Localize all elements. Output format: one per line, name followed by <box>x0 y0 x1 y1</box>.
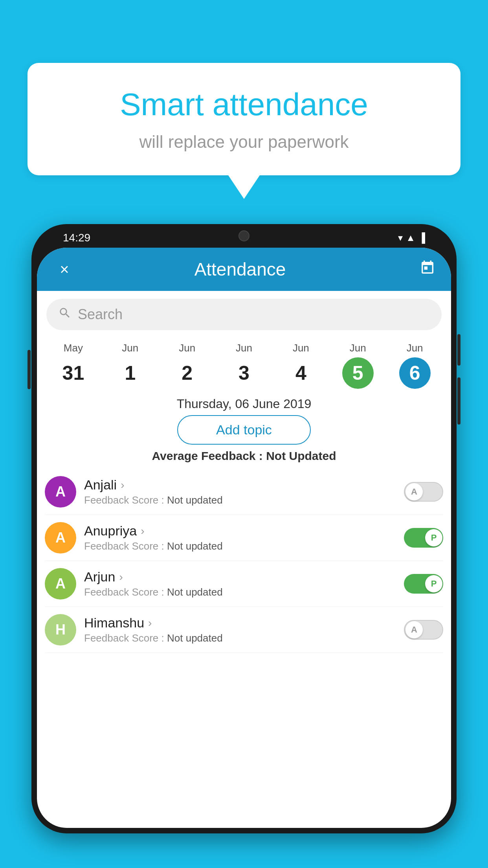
student-item[interactable]: AAnjali ›Feedback Score : Not updatedA <box>45 469 443 515</box>
calendar-day[interactable]: Jun1 <box>102 342 159 389</box>
calendar-month-label: May <box>45 342 102 354</box>
header-title: Attendance <box>76 259 404 280</box>
calendar-day[interactable]: May31 <box>45 342 102 389</box>
student-item[interactable]: AArjun ›Feedback Score : Not updatedP <box>45 561 443 607</box>
student-feedback: Feedback Score : Not updated <box>84 494 404 506</box>
calendar-month-label: Jun <box>386 342 443 354</box>
calendar-date-number: 4 <box>285 357 317 389</box>
phone-container: 14:29 ▾ ▲ ▐ × Attendance <box>31 224 457 868</box>
speech-bubble: Smart attendance will replace your paper… <box>28 63 460 175</box>
speech-bubble-tail <box>228 175 260 199</box>
feedback-value: Not updated <box>167 540 223 552</box>
calendar-row: May31Jun1Jun2Jun3Jun4Jun5Jun6 <box>37 338 451 389</box>
calendar-date-number: 3 <box>228 357 260 389</box>
toggle-knob: P <box>425 529 442 546</box>
toggle-knob: P <box>425 575 442 592</box>
student-info: Anjali ›Feedback Score : Not updated <box>84 477 404 506</box>
student-name: Arjun › <box>84 569 404 585</box>
student-info: Anupriya ›Feedback Score : Not updated <box>84 523 404 552</box>
student-feedback: Feedback Score : Not updated <box>84 540 404 552</box>
calendar-date-number: 6 <box>399 357 431 389</box>
selected-date: Thursday, 06 June 2019 <box>37 397 451 411</box>
calendar-day[interactable]: Jun5 <box>329 342 386 389</box>
toggle-absent[interactable]: A <box>404 482 443 502</box>
toggle-present[interactable]: P <box>404 574 443 594</box>
toggle-absent[interactable]: A <box>404 620 443 640</box>
wifi-icon: ▾ <box>398 232 403 243</box>
app-screen: × Attendance Search May31Jun <box>37 248 451 828</box>
speech-bubble-container: Smart attendance will replace your paper… <box>28 63 460 199</box>
student-info: Arjun ›Feedback Score : Not updated <box>84 569 404 598</box>
search-bar[interactable]: Search <box>46 299 442 330</box>
calendar-day[interactable]: Jun6 <box>386 342 443 389</box>
speech-bubble-title: Smart attendance <box>59 86 429 123</box>
app-header: × Attendance <box>37 248 451 291</box>
battery-icon: ▐ <box>418 232 425 243</box>
calendar-date-number: 31 <box>57 357 89 389</box>
toggle-knob: A <box>405 621 423 638</box>
chevron-right-icon: › <box>141 525 144 537</box>
calendar-day[interactable]: Jun2 <box>159 342 216 389</box>
calendar-day[interactable]: Jun3 <box>216 342 273 389</box>
volume-down-button <box>457 377 460 425</box>
feedback-value: Not updated <box>167 494 223 506</box>
calendar-date-number: 1 <box>114 357 146 389</box>
volume-up-button <box>457 334 460 366</box>
student-item[interactable]: AAnupriya ›Feedback Score : Not updatedP <box>45 515 443 561</box>
student-avatar: H <box>45 614 76 645</box>
student-name: Anupriya › <box>84 523 404 539</box>
close-button[interactable]: × <box>53 261 76 278</box>
calendar-icon[interactable] <box>420 260 435 279</box>
search-placeholder: Search <box>78 306 430 323</box>
calendar-month-label: Jun <box>102 342 159 354</box>
calendar-day[interactable]: Jun4 <box>272 342 329 389</box>
student-name: Anjali › <box>84 477 404 493</box>
signal-icon: ▲ <box>406 232 415 243</box>
attendance-toggle[interactable]: A <box>404 482 443 502</box>
feedback-value: Not updated <box>167 632 223 644</box>
calendar-month-label: Jun <box>159 342 216 354</box>
search-icon <box>58 306 72 323</box>
student-list: AAnjali ›Feedback Score : Not updatedAAA… <box>37 469 451 653</box>
student-avatar: A <box>45 522 76 554</box>
student-avatar: A <box>45 568 76 600</box>
avg-feedback: Average Feedback : Not Updated <box>37 449 451 463</box>
status-icons: ▾ ▲ ▐ <box>398 232 425 243</box>
speech-bubble-subtitle: will replace your paperwork <box>59 132 429 152</box>
chevron-right-icon: › <box>121 479 124 491</box>
toggle-present[interactable]: P <box>404 528 443 548</box>
avg-feedback-value: Not Updated <box>266 449 336 462</box>
student-avatar: A <box>45 476 76 508</box>
calendar-date-number: 2 <box>171 357 203 389</box>
toggle-knob: A <box>405 483 423 500</box>
calendar-date-number: 5 <box>342 357 374 389</box>
attendance-toggle[interactable]: A <box>404 620 443 640</box>
chevron-right-icon: › <box>148 617 152 629</box>
add-topic-button[interactable]: Add topic <box>177 415 311 445</box>
status-time: 14:29 <box>63 232 90 244</box>
student-item[interactable]: HHimanshu ›Feedback Score : Not updatedA <box>45 607 443 653</box>
phone-notch <box>209 224 279 248</box>
avg-feedback-label: Average Feedback : <box>152 449 266 462</box>
chevron-right-icon: › <box>119 571 123 583</box>
calendar-month-label: Jun <box>272 342 329 354</box>
phone-frame: 14:29 ▾ ▲ ▐ × Attendance <box>31 224 457 833</box>
attendance-toggle[interactable]: P <box>404 528 443 548</box>
student-feedback: Feedback Score : Not updated <box>84 632 404 644</box>
phone-camera <box>238 230 250 241</box>
calendar-month-label: Jun <box>329 342 386 354</box>
student-feedback: Feedback Score : Not updated <box>84 586 404 598</box>
student-name: Himanshu › <box>84 615 404 631</box>
student-info: Himanshu ›Feedback Score : Not updated <box>84 615 404 644</box>
calendar-month-label: Jun <box>216 342 273 354</box>
attendance-toggle[interactable]: P <box>404 574 443 594</box>
power-button <box>28 350 31 389</box>
feedback-value: Not updated <box>167 586 223 598</box>
